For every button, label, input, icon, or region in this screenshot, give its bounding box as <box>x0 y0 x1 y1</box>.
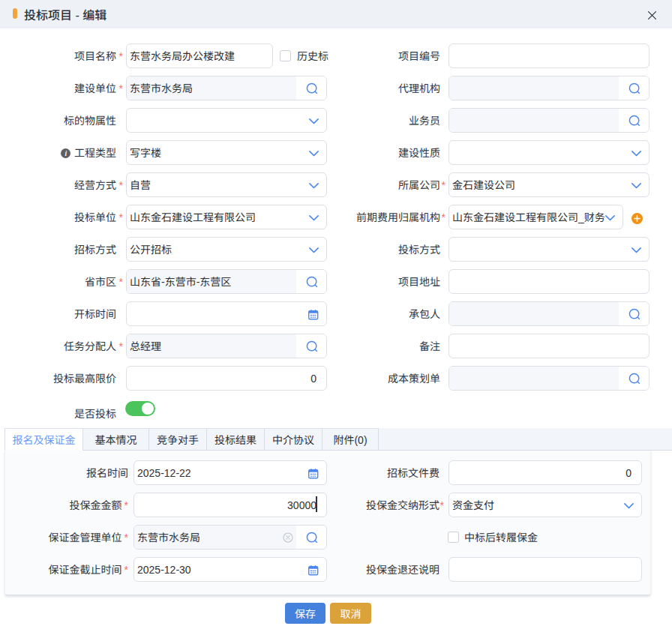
svg-text:i: i <box>64 150 67 157</box>
